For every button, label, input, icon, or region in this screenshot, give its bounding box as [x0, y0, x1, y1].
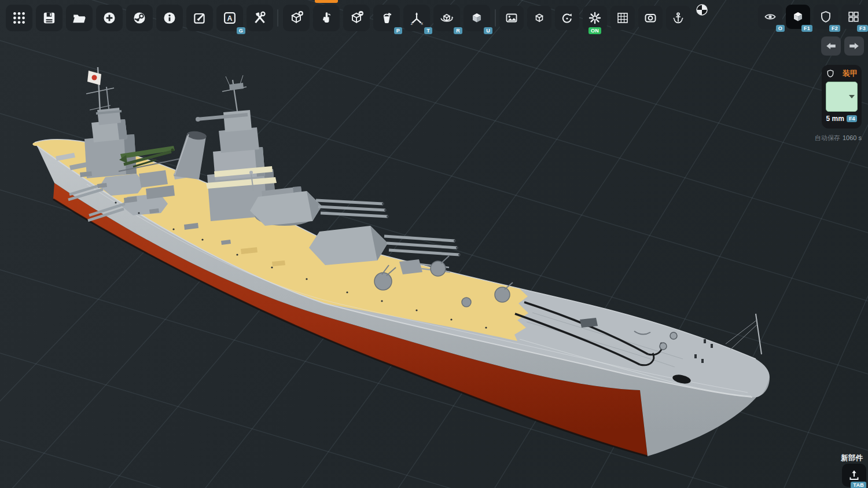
mode-switcher: O F1 F2 F3 — [758, 5, 866, 29]
save-button[interactable] — [36, 5, 62, 31]
svg-text:A: A — [227, 14, 233, 23]
tools-button[interactable] — [247, 5, 273, 31]
letter-a-icon: A — [222, 10, 237, 25]
paint-tool-button[interactable]: P — [373, 5, 400, 31]
arrow-right-icon — [848, 40, 860, 53]
image-icon — [505, 11, 518, 25]
steam-icon — [132, 10, 147, 25]
autosave-status: 自动保存1060 s — [815, 134, 862, 142]
undo-button[interactable] — [821, 36, 841, 56]
visibility-mode-badge: O — [776, 25, 785, 32]
new-part-badge: TAB — [851, 482, 866, 488]
toolbar-file-group: A G — [6, 5, 273, 31]
shield-icon — [819, 10, 833, 24]
menu-button[interactable] — [6, 5, 32, 31]
autosave-value: 1060 s — [843, 134, 862, 141]
toolbar-view-group: ON — [499, 6, 690, 30]
structure-mode-badge: F1 — [801, 25, 812, 32]
steam-button[interactable] — [126, 5, 153, 31]
tools-icon — [252, 10, 267, 25]
grid-icon — [616, 11, 630, 25]
camera-button[interactable] — [638, 6, 663, 30]
gear-icon — [588, 11, 602, 25]
arrow-left-icon — [825, 40, 837, 53]
armor-thickness-value: 5 mm — [826, 115, 844, 123]
select-tool-button[interactable] — [313, 5, 340, 31]
visibility-mode-button[interactable]: O — [758, 5, 782, 29]
autosave-label: 自动保存 — [815, 134, 840, 141]
settings-button[interactable]: ON — [583, 6, 607, 30]
screenshot-button[interactable] — [499, 6, 524, 30]
toolbar-separator-2 — [495, 9, 496, 27]
armor-panel: 装甲 5 mm F4 — [822, 65, 862, 129]
new-part-label: 新部件 — [841, 453, 863, 463]
block-view-button[interactable] — [527, 6, 551, 30]
hand-pointer-icon — [319, 10, 334, 25]
main-turret-b — [250, 191, 389, 226]
save-icon — [42, 10, 57, 25]
active-tool-indicator — [315, 0, 338, 3]
info-circle-icon — [162, 10, 177, 25]
add-part-button[interactable] — [283, 5, 310, 31]
center-of-mass-marker — [696, 4, 708, 16]
components-mode-button[interactable]: F3 — [841, 5, 866, 29]
plus-circle-icon — [102, 10, 117, 25]
funnel — [174, 130, 207, 179]
history-controls — [821, 36, 864, 56]
add-new-button[interactable] — [96, 5, 123, 31]
translate-tool-badge: T — [424, 27, 432, 34]
text-tool-button[interactable]: A G — [216, 5, 243, 31]
cube-solid-icon — [469, 10, 484, 25]
settings-on-badge: ON — [589, 27, 601, 34]
remove-part-button[interactable] — [343, 5, 370, 31]
open-folder-button[interactable] — [66, 5, 93, 31]
armor-material-select[interactable] — [826, 82, 858, 112]
folder-open-icon — [72, 10, 87, 25]
armor-panel-badge: F4 — [847, 115, 858, 122]
components-mode-badge: F3 — [857, 25, 868, 32]
svg-text:Z: Z — [411, 22, 413, 25]
paint-bucket-icon — [379, 10, 394, 25]
structure-mode-button[interactable]: F1 — [786, 5, 810, 29]
text-tool-badge: G — [237, 27, 245, 34]
blocks-icon — [847, 10, 860, 24]
rotate-tool-badge: R — [454, 27, 462, 34]
info-button[interactable] — [156, 5, 183, 31]
camera-icon — [643, 11, 657, 25]
shield-icon — [826, 68, 835, 79]
scale-tool-badge: U — [484, 27, 492, 34]
paint-tool-badge: P — [394, 27, 402, 34]
rotate-tool-button[interactable]: R — [433, 5, 460, 31]
reset-view-button[interactable] — [555, 6, 579, 30]
scale-tool-button[interactable]: U — [464, 5, 490, 31]
edit-button[interactable] — [186, 5, 213, 31]
anchor-icon — [671, 11, 685, 25]
move-axes-icon: Z X — [409, 10, 424, 25]
translate-tool-button[interactable]: Z X T — [403, 5, 430, 31]
new-part-button[interactable]: TAB — [842, 464, 866, 487]
battleship-model — [33, 67, 770, 456]
toolbar-edit-group: P Z X T R U — [283, 5, 490, 31]
redo-button[interactable] — [844, 36, 864, 56]
grid-menu-icon — [12, 10, 27, 25]
reset-rotation-icon — [560, 11, 574, 25]
cube-plus-icon — [289, 10, 304, 25]
rotate-cube-icon — [439, 10, 454, 25]
eye-icon — [763, 10, 777, 24]
cube-filled-icon — [791, 10, 805, 24]
edit-square-icon — [192, 10, 207, 25]
anchor-button[interactable] — [666, 6, 690, 30]
armor-panel-title: 装甲 — [843, 68, 858, 79]
cube-outline-icon — [532, 11, 546, 25]
armor-mode-button[interactable]: F2 — [814, 5, 838, 29]
svg-text:X: X — [421, 22, 423, 25]
toolbar-separator-1 — [277, 9, 278, 27]
grid-toggle-button[interactable] — [610, 6, 635, 30]
armor-mode-badge: F2 — [829, 25, 840, 32]
upload-icon — [847, 468, 861, 482]
viewport-3d[interactable] — [0, 0, 868, 488]
cube-minus-icon — [349, 10, 364, 25]
chevron-down-icon — [849, 95, 855, 98]
